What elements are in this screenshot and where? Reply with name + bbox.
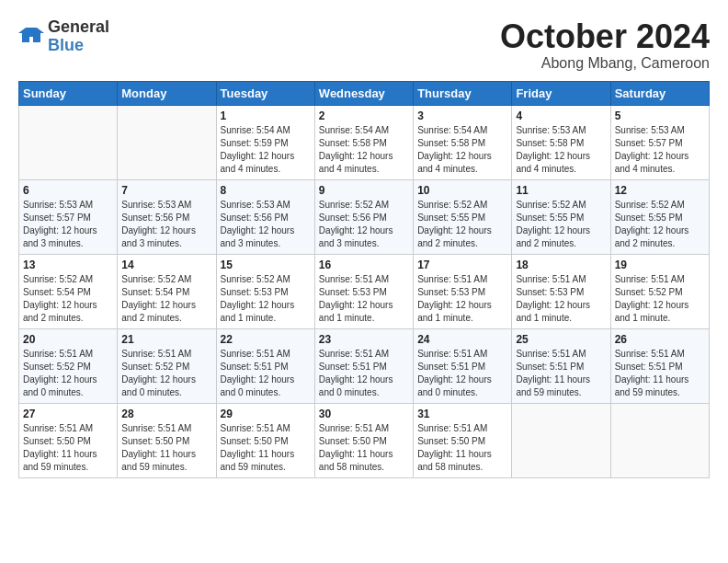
day-info: Sunrise: 5:52 AM Sunset: 5:54 PM Dayligh… xyxy=(23,273,113,325)
calendar-cell: 1Sunrise: 5:54 AM Sunset: 5:59 PM Daylig… xyxy=(216,105,314,179)
weekday-header: Tuesday xyxy=(216,81,314,105)
day-number: 19 xyxy=(615,259,705,271)
logo: General Blue xyxy=(18,18,109,55)
day-info: Sunrise: 5:51 AM Sunset: 5:53 PM Dayligh… xyxy=(417,273,507,325)
day-number: 5 xyxy=(615,109,705,122)
logo-line2: Blue xyxy=(48,37,109,55)
day-number: 4 xyxy=(516,109,606,122)
day-number: 27 xyxy=(23,408,113,420)
day-info: Sunrise: 5:51 AM Sunset: 5:51 PM Dayligh… xyxy=(417,348,507,399)
day-number: 6 xyxy=(23,184,113,197)
day-info: Sunrise: 5:53 AM Sunset: 5:56 PM Dayligh… xyxy=(221,199,311,250)
calendar-table: SundayMondayTuesdayWednesdayThursdayFrid… xyxy=(18,81,710,478)
calendar-cell: 24Sunrise: 5:51 AM Sunset: 5:51 PM Dayli… xyxy=(414,328,512,403)
calendar-cell: 8Sunrise: 5:53 AM Sunset: 5:56 PM Daylig… xyxy=(216,179,314,254)
day-number: 1 xyxy=(221,109,311,122)
week-row: 6Sunrise: 5:53 AM Sunset: 5:57 PM Daylig… xyxy=(19,179,710,254)
day-info: Sunrise: 5:51 AM Sunset: 5:53 PM Dayligh… xyxy=(319,273,409,325)
day-number: 31 xyxy=(417,408,507,420)
weekday-header: Thursday xyxy=(414,81,512,105)
location-title: Abong Mbang, Cameroon xyxy=(500,55,710,72)
calendar-cell: 28Sunrise: 5:51 AM Sunset: 5:50 PM Dayli… xyxy=(118,403,216,477)
day-number: 21 xyxy=(121,333,211,346)
day-info: Sunrise: 5:53 AM Sunset: 5:57 PM Dayligh… xyxy=(615,124,705,176)
calendar-cell xyxy=(512,403,610,477)
calendar-cell: 11Sunrise: 5:52 AM Sunset: 5:55 PM Dayli… xyxy=(512,179,610,254)
day-info: Sunrise: 5:51 AM Sunset: 5:50 PM Dayligh… xyxy=(417,422,507,474)
calendar-cell: 6Sunrise: 5:53 AM Sunset: 5:57 PM Daylig… xyxy=(19,179,118,254)
calendar-cell: 3Sunrise: 5:54 AM Sunset: 5:58 PM Daylig… xyxy=(414,105,512,179)
calendar-cell: 19Sunrise: 5:51 AM Sunset: 5:52 PM Dayli… xyxy=(610,254,709,328)
weekday-header: Saturday xyxy=(610,81,709,105)
calendar-cell xyxy=(19,105,118,179)
calendar-cell: 29Sunrise: 5:51 AM Sunset: 5:50 PM Dayli… xyxy=(216,403,314,477)
day-info: Sunrise: 5:51 AM Sunset: 5:50 PM Dayligh… xyxy=(319,422,409,474)
day-info: Sunrise: 5:51 AM Sunset: 5:52 PM Dayligh… xyxy=(23,348,113,399)
calendar-cell: 26Sunrise: 5:51 AM Sunset: 5:51 PM Dayli… xyxy=(610,328,709,403)
day-number: 3 xyxy=(417,109,507,122)
calendar-cell: 25Sunrise: 5:51 AM Sunset: 5:51 PM Dayli… xyxy=(512,328,610,403)
weekday-header: Sunday xyxy=(19,81,118,105)
day-info: Sunrise: 5:51 AM Sunset: 5:51 PM Dayligh… xyxy=(615,348,705,399)
week-row: 20Sunrise: 5:51 AM Sunset: 5:52 PM Dayli… xyxy=(19,328,710,403)
title-area: October 2024 Abong Mbang, Cameroon xyxy=(500,18,710,72)
day-number: 9 xyxy=(319,184,409,197)
day-info: Sunrise: 5:52 AM Sunset: 5:54 PM Dayligh… xyxy=(121,273,211,325)
calendar-cell: 18Sunrise: 5:51 AM Sunset: 5:53 PM Dayli… xyxy=(512,254,610,328)
calendar-cell: 16Sunrise: 5:51 AM Sunset: 5:53 PM Dayli… xyxy=(314,254,413,328)
day-number: 22 xyxy=(221,333,311,346)
calendar-cell: 13Sunrise: 5:52 AM Sunset: 5:54 PM Dayli… xyxy=(19,254,118,328)
day-info: Sunrise: 5:51 AM Sunset: 5:51 PM Dayligh… xyxy=(516,348,606,399)
day-info: Sunrise: 5:53 AM Sunset: 5:58 PM Dayligh… xyxy=(516,124,606,176)
weekday-header: Friday xyxy=(512,81,610,105)
day-number: 12 xyxy=(615,184,705,197)
day-info: Sunrise: 5:51 AM Sunset: 5:52 PM Dayligh… xyxy=(615,273,705,325)
day-number: 25 xyxy=(516,333,606,346)
day-number: 26 xyxy=(615,333,705,346)
calendar-cell: 9Sunrise: 5:52 AM Sunset: 5:56 PM Daylig… xyxy=(314,179,413,254)
day-number: 24 xyxy=(417,333,507,346)
day-number: 10 xyxy=(417,184,507,197)
day-number: 17 xyxy=(417,259,507,271)
calendar-cell: 5Sunrise: 5:53 AM Sunset: 5:57 PM Daylig… xyxy=(610,105,709,179)
week-row: 1Sunrise: 5:54 AM Sunset: 5:59 PM Daylig… xyxy=(19,105,710,179)
day-info: Sunrise: 5:53 AM Sunset: 5:57 PM Dayligh… xyxy=(23,199,113,250)
day-number: 23 xyxy=(319,333,409,346)
day-info: Sunrise: 5:51 AM Sunset: 5:51 PM Dayligh… xyxy=(221,348,311,399)
weekday-header: Wednesday xyxy=(314,81,413,105)
day-info: Sunrise: 5:54 AM Sunset: 5:58 PM Dayligh… xyxy=(417,124,507,176)
day-number: 29 xyxy=(221,408,311,420)
calendar-cell: 10Sunrise: 5:52 AM Sunset: 5:55 PM Dayli… xyxy=(414,179,512,254)
day-info: Sunrise: 5:51 AM Sunset: 5:51 PM Dayligh… xyxy=(319,348,409,399)
calendar-cell: 27Sunrise: 5:51 AM Sunset: 5:50 PM Dayli… xyxy=(19,403,118,477)
day-number: 30 xyxy=(319,408,409,420)
calendar-cell xyxy=(118,105,216,179)
day-info: Sunrise: 5:54 AM Sunset: 5:59 PM Dayligh… xyxy=(221,124,311,176)
calendar-cell: 30Sunrise: 5:51 AM Sunset: 5:50 PM Dayli… xyxy=(314,403,413,477)
calendar-cell: 14Sunrise: 5:52 AM Sunset: 5:54 PM Dayli… xyxy=(118,254,216,328)
day-number: 7 xyxy=(121,184,211,197)
calendar-cell: 4Sunrise: 5:53 AM Sunset: 5:58 PM Daylig… xyxy=(512,105,610,179)
day-info: Sunrise: 5:52 AM Sunset: 5:53 PM Dayligh… xyxy=(221,273,311,325)
day-number: 2 xyxy=(319,109,409,122)
logo-line1: General xyxy=(48,18,109,37)
day-info: Sunrise: 5:53 AM Sunset: 5:56 PM Dayligh… xyxy=(121,199,211,250)
day-number: 15 xyxy=(221,259,311,271)
week-row: 13Sunrise: 5:52 AM Sunset: 5:54 PM Dayli… xyxy=(19,254,710,328)
day-info: Sunrise: 5:51 AM Sunset: 5:50 PM Dayligh… xyxy=(23,422,113,474)
day-info: Sunrise: 5:52 AM Sunset: 5:55 PM Dayligh… xyxy=(516,199,606,250)
calendar-cell: 23Sunrise: 5:51 AM Sunset: 5:51 PM Dayli… xyxy=(314,328,413,403)
calendar-cell: 21Sunrise: 5:51 AM Sunset: 5:52 PM Dayli… xyxy=(118,328,216,403)
month-title: October 2024 xyxy=(500,18,710,55)
day-info: Sunrise: 5:52 AM Sunset: 5:55 PM Dayligh… xyxy=(417,199,507,250)
logo-icon xyxy=(18,24,44,50)
day-number: 20 xyxy=(23,333,113,346)
day-number: 16 xyxy=(319,259,409,271)
calendar-cell: 31Sunrise: 5:51 AM Sunset: 5:50 PM Dayli… xyxy=(414,403,512,477)
day-number: 11 xyxy=(516,184,606,197)
calendar-cell: 22Sunrise: 5:51 AM Sunset: 5:51 PM Dayli… xyxy=(216,328,314,403)
day-info: Sunrise: 5:51 AM Sunset: 5:53 PM Dayligh… xyxy=(516,273,606,325)
calendar-cell: 15Sunrise: 5:52 AM Sunset: 5:53 PM Dayli… xyxy=(216,254,314,328)
calendar-cell: 17Sunrise: 5:51 AM Sunset: 5:53 PM Dayli… xyxy=(414,254,512,328)
calendar-cell xyxy=(610,403,709,477)
